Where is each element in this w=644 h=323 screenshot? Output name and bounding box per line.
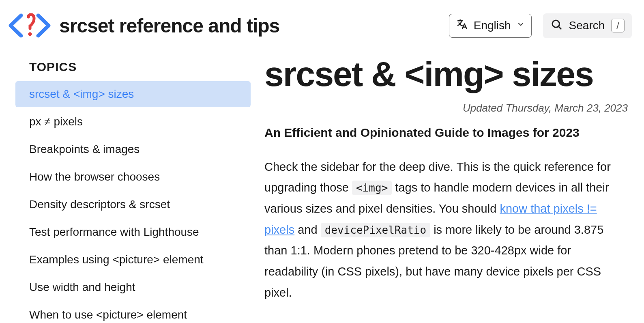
search-button[interactable]: Search /: [543, 13, 632, 38]
article-updated: Updated Thursday, March 23, 2023: [264, 102, 628, 114]
sidebar: TOPICS srcset & <img> sizes px ≠ pixels …: [15, 55, 251, 323]
sidebar-item-lighthouse[interactable]: Test performance with Lighthouse: [15, 219, 251, 245]
translate-icon: [456, 18, 468, 33]
sidebar-item-srcset-sizes[interactable]: srcset & <img> sizes: [15, 81, 251, 107]
main-content: srcset & <img> sizes Updated Thursday, M…: [251, 55, 632, 323]
sidebar-heading: TOPICS: [15, 55, 251, 81]
logo-icon: [7, 11, 52, 40]
article-body: Check the sidebar for the deep dive. Thi…: [264, 157, 628, 303]
article-title: srcset & <img> sizes: [264, 55, 628, 93]
article-subtitle: An Efficient and Opinionated Guide to Im…: [264, 126, 628, 140]
sidebar-item-when-picture[interactable]: When to use <picture> element: [15, 302, 251, 323]
code-inline-img: <img>: [352, 181, 392, 195]
sidebar-item-density-descriptors[interactable]: Density descriptors & srcset: [15, 192, 251, 217]
layout: TOPICS srcset & <img> sizes px ≠ pixels …: [0, 47, 644, 323]
svg-point-0: [28, 32, 32, 36]
header: srcset reference and tips English Search…: [0, 0, 644, 47]
code-inline-dpr: devicePixelRatio: [321, 223, 430, 237]
logo-area[interactable]: srcset reference and tips: [7, 11, 279, 40]
sidebar-item-breakpoints[interactable]: Breakpoints & images: [15, 136, 251, 162]
sidebar-item-px-not-pixels[interactable]: px ≠ pixels: [15, 109, 251, 135]
search-shortcut-key: /: [611, 19, 625, 32]
sidebar-item-picture-examples[interactable]: Examples using <picture> element: [15, 247, 251, 273]
site-title: srcset reference and tips: [59, 15, 279, 37]
language-selector[interactable]: English: [449, 14, 532, 38]
search-icon: [550, 18, 562, 33]
body-text-segment: and: [294, 223, 321, 236]
language-label: English: [474, 19, 511, 32]
sidebar-item-browser-chooses[interactable]: How the browser chooses: [15, 164, 251, 190]
chevron-down-icon: [517, 20, 525, 31]
svg-line-2: [558, 26, 561, 29]
sidebar-item-width-height[interactable]: Use width and height: [15, 274, 251, 300]
search-label: Search: [569, 19, 605, 32]
